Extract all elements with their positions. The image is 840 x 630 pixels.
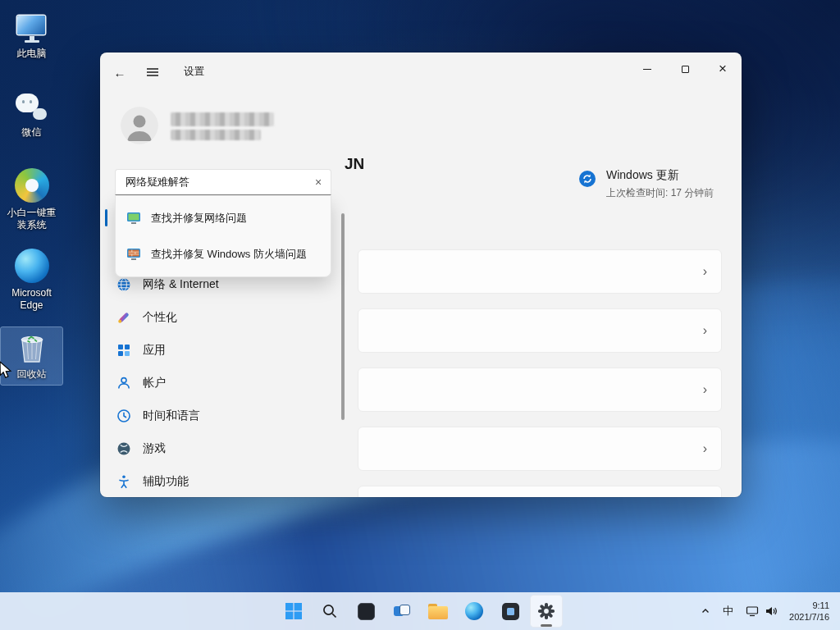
settings-button[interactable] [530, 595, 563, 628]
settings-row[interactable]: › [358, 308, 722, 353]
xbox-sphere-icon [116, 441, 131, 456]
sidebar-item-label: 个性化 [143, 310, 177, 325]
ime-label: 中 [723, 604, 733, 619]
settings-row[interactable]: › [358, 368, 722, 412]
troubleshoot-firewall-icon [126, 247, 141, 262]
arrow-left-icon: ← [114, 66, 126, 80]
settings-row[interactable]: › [358, 249, 722, 294]
personalization-brush-icon [116, 310, 131, 325]
sidebar-item-label: 游戏 [143, 441, 166, 456]
clock-time: 9:11 [789, 600, 829, 611]
user-name-redacted [171, 130, 261, 140]
chevron-up-icon [701, 606, 710, 616]
sidebar-item-label: 辅助功能 [143, 474, 189, 489]
navigation-menu-button[interactable] [139, 59, 166, 85]
settings-window: ← 设置 × × 查找并修复网络问题 [100, 52, 742, 497]
clock-date: 2021/7/16 [789, 611, 829, 623]
sidebar-item-label: 应用 [143, 343, 166, 358]
start-button[interactable] [277, 595, 310, 628]
sidebar-item-time-language[interactable]: 时间和语言 [105, 401, 340, 431]
sidebar-item-accessibility[interactable]: 辅助功能 [105, 467, 340, 496]
chevron-right-icon: › [703, 264, 707, 279]
clear-icon: × [315, 176, 322, 189]
sidebar-item-gaming[interactable]: 游戏 [105, 434, 340, 463]
accessibility-person-icon [116, 474, 131, 489]
windows-update-last-checked: 上次检查时间: 17 分钟前 [606, 186, 714, 200]
settings-row[interactable]: › [358, 486, 722, 497]
sidebar-scrollbar[interactable] [341, 213, 345, 420]
dark-app-window-icon [358, 603, 375, 620]
store-button[interactable] [494, 595, 527, 628]
sidebar-item-accounts[interactable]: 帐户 [105, 368, 340, 398]
windows-update-status[interactable]: Windows 更新 上次检查时间: 17 分钟前 [579, 168, 714, 200]
desktop-icon-xiaobai-reinstall[interactable]: 小白一键重装系统 [1, 164, 62, 235]
network-volume-button[interactable] [740, 597, 783, 625]
folder-icon [428, 604, 448, 619]
clock-icon [116, 409, 131, 423]
edge-button[interactable] [458, 595, 491, 628]
mouse-cursor [0, 361, 13, 381]
taskbar-clock[interactable]: 9:11 2021/7/16 [784, 600, 837, 623]
search-result-firewall-problems[interactable]: 查找并修复 Windows 防火墙问题 [116, 236, 331, 272]
tray-overflow-button[interactable] [695, 597, 716, 625]
search-button[interactable] [313, 595, 346, 628]
device-name-fragment: JN [345, 155, 364, 173]
desktop-icon-this-pc[interactable]: 此电脑 [1, 10, 62, 64]
clear-search-button[interactable]: × [306, 176, 331, 189]
account-person-icon [116, 376, 131, 390]
desktop-icon-label: 此电脑 [17, 48, 47, 60]
sidebar-item-label: 时间和语言 [143, 409, 200, 423]
nav-selected-indicator [105, 209, 107, 226]
window-title: 设置 [184, 52, 204, 90]
minimize-icon [643, 69, 651, 70]
back-button[interactable]: ← [107, 59, 133, 85]
desktop-icon-label: 微信 [22, 126, 42, 139]
desktop-icon-edge[interactable]: Microsoft Edge [1, 244, 62, 316]
close-button[interactable]: × [704, 52, 742, 85]
edge-icon [15, 249, 49, 283]
taskbar-center-icons [277, 595, 563, 628]
minimize-button[interactable] [628, 52, 666, 85]
settings-row[interactable]: › [358, 427, 722, 471]
windows-logo-icon [285, 602, 303, 620]
sidebar-item-label: 网络 & Internet [143, 277, 219, 292]
sidebar-item-label: 帐户 [143, 376, 166, 390]
close-icon: × [719, 61, 727, 77]
desktop-icon-label: 回收站 [17, 368, 47, 381]
apps-grid-icon [116, 343, 131, 358]
file-explorer-button[interactable] [422, 595, 454, 628]
pinned-app-button[interactable] [349, 595, 382, 628]
settings-search-box: × [115, 169, 331, 195]
sync-icon [579, 171, 596, 187]
edge-icon [465, 602, 483, 620]
task-view-icon [393, 602, 411, 620]
volume-icon [765, 605, 778, 618]
chevron-right-icon: › [703, 323, 707, 338]
search-icon [322, 603, 338, 619]
search-result-network-problems[interactable]: 查找并修复网络问题 [116, 200, 331, 236]
globe-icon [116, 277, 131, 292]
troubleshoot-network-icon [126, 211, 141, 226]
windows-update-title: Windows 更新 [606, 168, 714, 183]
search-input[interactable] [116, 176, 306, 189]
store-icon [502, 603, 519, 620]
desktop-icon-wechat[interactable]: 微信 [1, 89, 62, 143]
system-tray: 中 9:11 2021/7/16 [695, 592, 837, 630]
user-avatar[interactable] [121, 107, 158, 144]
chevron-right-icon: › [703, 382, 707, 397]
user-name-redacted [171, 112, 274, 126]
wechat-icon [15, 93, 49, 122]
network-icon [746, 605, 759, 618]
maximize-button[interactable] [666, 52, 704, 85]
sidebar-item-apps[interactable]: 应用 [105, 336, 340, 365]
desktop-icon-label: 小白一键重装系统 [2, 207, 61, 231]
task-view-button[interactable] [386, 595, 418, 628]
this-pc-icon [16, 14, 48, 43]
maximize-icon [682, 66, 689, 73]
ime-indicator[interactable]: 中 [717, 597, 739, 625]
xiaobai-reinstall-icon [15, 168, 49, 203]
search-result-label: 查找并修复 Windows 防火墙问题 [151, 247, 307, 262]
gear-icon [537, 602, 555, 620]
search-result-label: 查找并修复网络问题 [151, 211, 247, 226]
sidebar-item-personalization[interactable]: 个性化 [105, 303, 340, 332]
